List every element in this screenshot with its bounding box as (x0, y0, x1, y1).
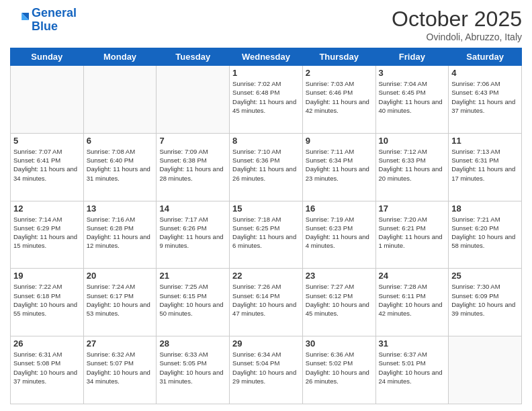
day-info: Sunrise: 7:16 AM Sunset: 6:28 PM Dayligh… (87, 215, 154, 250)
day-info: Sunrise: 6:33 AM Sunset: 5:05 PM Dayligh… (159, 350, 226, 385)
logo-icon (10, 11, 29, 30)
calendar-cell: 31Sunrise: 6:37 AM Sunset: 5:01 PM Dayli… (375, 336, 449, 404)
calendar-week-5: 26Sunrise: 6:31 AM Sunset: 5:08 PM Dayli… (11, 336, 522, 404)
day-number: 28 (159, 338, 226, 349)
calendar-cell: 18Sunrise: 7:21 AM Sunset: 6:20 PM Dayli… (449, 201, 522, 269)
calendar-cell: 19Sunrise: 7:22 AM Sunset: 6:18 PM Dayli… (11, 269, 84, 336)
day-number: 21 (159, 271, 226, 281)
day-info: Sunrise: 7:19 AM Sunset: 6:23 PM Dayligh… (306, 215, 373, 250)
calendar-cell: 28Sunrise: 6:33 AM Sunset: 5:05 PM Dayli… (157, 336, 230, 404)
col-friday: Friday (375, 48, 449, 66)
day-number: 29 (232, 338, 300, 349)
day-number: 12 (13, 203, 81, 214)
day-number: 30 (306, 338, 373, 349)
title-section: October 2025 Ovindoli, Abruzzo, Italy (392, 7, 522, 42)
day-number: 26 (13, 338, 81, 349)
day-number: 1 (232, 68, 300, 78)
logo-text: General Blue (32, 7, 77, 34)
day-info: Sunrise: 7:30 AM Sunset: 6:09 PM Dayligh… (451, 282, 519, 318)
calendar-cell: 25Sunrise: 7:30 AM Sunset: 6:09 PM Dayli… (449, 269, 522, 336)
day-number: 25 (451, 271, 519, 281)
col-sunday: Sunday (11, 48, 84, 66)
day-number: 2 (306, 68, 373, 78)
calendar-header-row: Sunday Monday Tuesday Wednesday Thursday… (11, 48, 522, 66)
day-info: Sunrise: 7:24 AM Sunset: 6:17 PM Dayligh… (87, 282, 154, 318)
calendar-week-2: 5Sunrise: 7:07 AM Sunset: 6:41 PM Daylig… (11, 133, 522, 201)
day-info: Sunrise: 7:06 AM Sunset: 6:43 PM Dayligh… (451, 79, 519, 115)
day-info: Sunrise: 6:31 AM Sunset: 5:08 PM Dayligh… (13, 350, 81, 385)
page-header: General Blue October 2025 Ovindoli, Abru… (10, 7, 522, 42)
day-info: Sunrise: 7:08 AM Sunset: 6:40 PM Dayligh… (87, 147, 154, 183)
calendar-cell (11, 66, 84, 134)
calendar-cell: 9Sunrise: 7:11 AM Sunset: 6:34 PM Daylig… (302, 133, 375, 201)
calendar-cell: 23Sunrise: 7:27 AM Sunset: 6:12 PM Dayli… (302, 269, 375, 336)
day-info: Sunrise: 7:11 AM Sunset: 6:34 PM Dayligh… (306, 147, 373, 183)
day-info: Sunrise: 7:26 AM Sunset: 6:14 PM Dayligh… (232, 282, 300, 318)
logo-blue: Blue (32, 19, 58, 33)
calendar-cell: 26Sunrise: 6:31 AM Sunset: 5:08 PM Dayli… (11, 336, 84, 404)
calendar-cell (83, 66, 157, 134)
calendar-cell: 3Sunrise: 7:04 AM Sunset: 6:45 PM Daylig… (375, 66, 449, 134)
day-info: Sunrise: 7:17 AM Sunset: 6:26 PM Dayligh… (159, 215, 226, 250)
day-number: 27 (87, 338, 154, 349)
calendar-cell: 10Sunrise: 7:12 AM Sunset: 6:33 PM Dayli… (375, 133, 449, 201)
col-tuesday: Tuesday (157, 48, 230, 66)
calendar-cell: 17Sunrise: 7:20 AM Sunset: 6:21 PM Dayli… (375, 201, 449, 269)
calendar-cell: 27Sunrise: 6:32 AM Sunset: 5:07 PM Dayli… (83, 336, 157, 404)
calendar-week-1: 1Sunrise: 7:02 AM Sunset: 6:48 PM Daylig… (11, 66, 522, 134)
day-info: Sunrise: 7:28 AM Sunset: 6:11 PM Dayligh… (379, 282, 446, 318)
day-number: 17 (379, 203, 446, 214)
day-number: 16 (306, 203, 373, 214)
day-number: 7 (159, 136, 226, 146)
calendar-cell: 5Sunrise: 7:07 AM Sunset: 6:41 PM Daylig… (11, 133, 84, 201)
col-thursday: Thursday (302, 48, 375, 66)
day-number: 20 (87, 271, 154, 281)
logo-general: General (32, 6, 77, 19)
calendar-cell: 1Sunrise: 7:02 AM Sunset: 6:48 PM Daylig… (230, 66, 303, 134)
day-info: Sunrise: 7:22 AM Sunset: 6:18 PM Dayligh… (13, 282, 81, 318)
day-number: 13 (87, 203, 154, 214)
calendar-cell: 14Sunrise: 7:17 AM Sunset: 6:26 PM Dayli… (157, 201, 230, 269)
calendar-table: Sunday Monday Tuesday Wednesday Thursday… (10, 48, 522, 404)
day-number: 15 (232, 203, 300, 214)
calendar-cell (157, 66, 230, 134)
day-info: Sunrise: 7:07 AM Sunset: 6:41 PM Dayligh… (13, 147, 81, 183)
day-number: 5 (13, 136, 81, 146)
calendar-week-3: 12Sunrise: 7:14 AM Sunset: 6:29 PM Dayli… (11, 201, 522, 269)
day-info: Sunrise: 7:25 AM Sunset: 6:15 PM Dayligh… (159, 282, 226, 318)
day-info: Sunrise: 7:10 AM Sunset: 6:36 PM Dayligh… (232, 147, 300, 183)
day-number: 14 (159, 203, 226, 214)
day-info: Sunrise: 7:03 AM Sunset: 6:46 PM Dayligh… (306, 79, 373, 115)
col-monday: Monday (83, 48, 157, 66)
day-number: 6 (87, 136, 154, 146)
day-number: 4 (451, 68, 519, 78)
day-info: Sunrise: 7:20 AM Sunset: 6:21 PM Dayligh… (379, 215, 446, 250)
calendar-page: General Blue October 2025 Ovindoli, Abru… (0, 0, 532, 411)
day-number: 24 (379, 271, 446, 281)
day-info: Sunrise: 7:09 AM Sunset: 6:38 PM Dayligh… (159, 147, 226, 183)
day-info: Sunrise: 6:32 AM Sunset: 5:07 PM Dayligh… (87, 350, 154, 385)
day-number: 9 (306, 136, 373, 146)
logo: General Blue (10, 7, 77, 34)
day-info: Sunrise: 6:34 AM Sunset: 5:04 PM Dayligh… (232, 350, 300, 385)
calendar-cell: 30Sunrise: 6:36 AM Sunset: 5:02 PM Dayli… (302, 336, 375, 404)
calendar-week-4: 19Sunrise: 7:22 AM Sunset: 6:18 PM Dayli… (11, 269, 522, 336)
calendar-cell: 2Sunrise: 7:03 AM Sunset: 6:46 PM Daylig… (302, 66, 375, 134)
month-title: October 2025 (392, 7, 522, 32)
calendar-cell: 20Sunrise: 7:24 AM Sunset: 6:17 PM Dayli… (83, 269, 157, 336)
day-number: 18 (451, 203, 519, 214)
day-info: Sunrise: 6:36 AM Sunset: 5:02 PM Dayligh… (306, 350, 373, 385)
day-number: 3 (379, 68, 446, 78)
calendar-cell: 13Sunrise: 7:16 AM Sunset: 6:28 PM Dayli… (83, 201, 157, 269)
day-info: Sunrise: 7:12 AM Sunset: 6:33 PM Dayligh… (379, 147, 446, 183)
calendar-cell: 11Sunrise: 7:13 AM Sunset: 6:31 PM Dayli… (449, 133, 522, 201)
day-number: 22 (232, 271, 300, 281)
calendar-cell: 8Sunrise: 7:10 AM Sunset: 6:36 PM Daylig… (230, 133, 303, 201)
day-info: Sunrise: 6:37 AM Sunset: 5:01 PM Dayligh… (379, 350, 446, 385)
calendar-cell: 16Sunrise: 7:19 AM Sunset: 6:23 PM Dayli… (302, 201, 375, 269)
col-saturday: Saturday (449, 48, 522, 66)
calendar-cell: 4Sunrise: 7:06 AM Sunset: 6:43 PM Daylig… (449, 66, 522, 134)
day-info: Sunrise: 7:14 AM Sunset: 6:29 PM Dayligh… (13, 215, 81, 250)
day-number: 19 (13, 271, 81, 281)
day-info: Sunrise: 7:04 AM Sunset: 6:45 PM Dayligh… (379, 79, 446, 115)
